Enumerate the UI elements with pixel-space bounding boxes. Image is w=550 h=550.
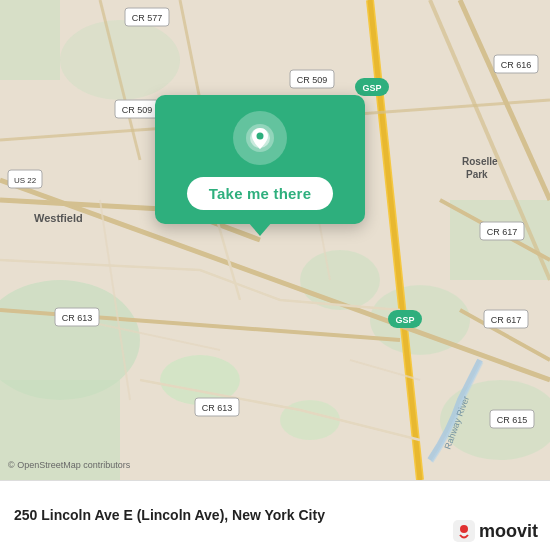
svg-point-10 [280,400,340,440]
svg-rect-5 [0,0,60,80]
svg-text:US 22: US 22 [14,176,37,185]
svg-point-42 [257,133,264,140]
svg-point-6 [60,20,180,100]
map-background: CR 577 US 22 CR 509 CR 509 CR 616 GSP GS… [0,0,550,480]
svg-text:CR 613: CR 613 [202,403,233,413]
location-pin-icon [245,123,275,153]
popup-card: Take me there [155,95,365,224]
svg-text:CR 615: CR 615 [497,415,528,425]
svg-text:Westfield: Westfield [34,212,83,224]
map-container: CR 577 US 22 CR 509 CR 509 CR 616 GSP GS… [0,0,550,480]
svg-text:Park: Park [466,169,488,180]
svg-text:GSP: GSP [362,83,381,93]
svg-text:CR 577: CR 577 [132,13,163,23]
svg-text:CR 613: CR 613 [62,313,93,323]
location-icon-wrap [233,111,287,165]
city-part: New York City [232,507,325,523]
svg-text:CR 617: CR 617 [487,227,518,237]
svg-text:CR 617: CR 617 [491,315,522,325]
svg-text:GSP: GSP [395,315,414,325]
svg-text:Roselle: Roselle [462,156,498,167]
svg-text:CR 509: CR 509 [122,105,153,115]
svg-text:CR 616: CR 616 [501,60,532,70]
moovit-logo: moovit [453,520,538,542]
svg-text:© OpenStreetMap contributors: © OpenStreetMap contributors [8,460,131,470]
take-me-there-button[interactable]: Take me there [187,177,333,210]
address-part1: 250 Lincoln Ave E (Lincoln Ave), [14,507,228,523]
svg-point-44 [460,525,468,533]
address-line: 250 Lincoln Ave E (Lincoln Ave), New Yor… [14,507,325,523]
bottom-bar: 250 Lincoln Ave E (Lincoln Ave), New Yor… [0,480,550,550]
moovit-icon [453,520,475,542]
moovit-brand-name: moovit [479,521,538,542]
svg-text:CR 509: CR 509 [297,75,328,85]
